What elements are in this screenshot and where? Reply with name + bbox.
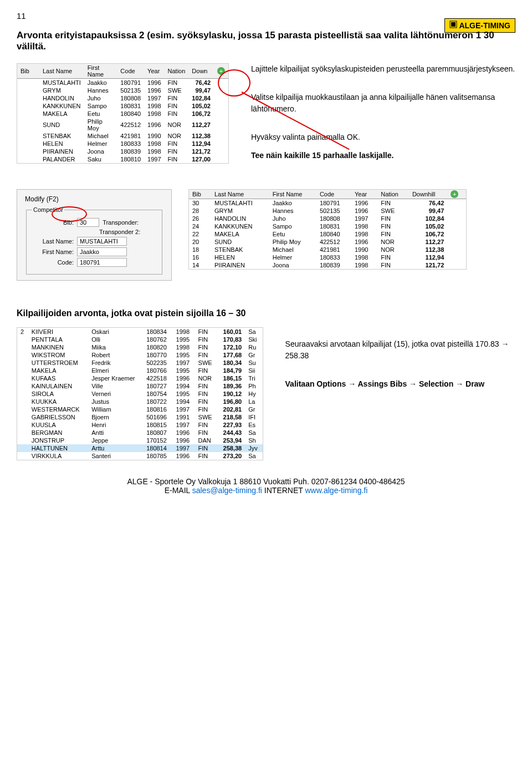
competitor-table-1: BibLast NameFirst NameCodeYearNationDown…	[17, 64, 228, 163]
add-icon[interactable]: +	[217, 67, 225, 75]
table-row[interactable]: HALTTUNENArttu1808141997FIN258,38Jyv	[17, 444, 263, 452]
table-row[interactable]: 28GRYMHannes5021351996SWE99,47	[189, 207, 466, 215]
fieldset-legend: Competitor	[32, 206, 64, 213]
instruction-text: Seuraavaksi arvotaan kilpailijat (15), j…	[285, 338, 515, 362]
table-row[interactable]: BERGMANAntti1808071996FIN244,43Sa	[17, 429, 263, 437]
competitor-fieldset: Competitor Bib:30 Transponder: Transpond…	[26, 206, 162, 275]
lastname-input[interactable]: MUSTALAHTI	[77, 237, 127, 246]
bib-input[interactable]: 30	[77, 218, 99, 227]
table-row[interactable]: KUFAASJesper Kraemer4225181996NOR186,15T…	[17, 374, 263, 382]
instruction-text: Tee näin kaikille 15 parhaalle laskijall…	[251, 150, 515, 161]
section-heading: Kilpailijoiden arvonta, jotka ovat piste…	[17, 308, 515, 318]
table-row[interactable]: UTTERSTROEMFredrik5022351997SWE180,34Su	[17, 359, 263, 367]
table-row[interactable]: MAKELAEetu1808401998FIN106,72	[17, 110, 228, 118]
table-row[interactable]: MUSTALAHTIJaakko1807911996FIN76,42	[17, 79, 228, 87]
table-row[interactable]: PENTTALAOlli1807621995FIN170,83Ski	[17, 336, 263, 343]
table-row[interactable]: 20SUNDPhilip Moy4225121996NOR112,27	[189, 238, 466, 246]
table-row[interactable]: SUNDPhilip Moy4225121996NOR112,27	[17, 118, 228, 132]
table-row[interactable]: 2KIIVERIOskari1808341998FIN160,01Sa	[17, 328, 263, 336]
instruction-text: Lajittele kilpailijat syöksylaskupisteid…	[251, 63, 515, 75]
page-footer: ALGE - Sportele Oy Valkokuja 1 88610 Vuo…	[17, 477, 515, 495]
table-row[interactable]: SIROLAVerneri1807541995FIN190,12Hy	[17, 390, 263, 398]
panel-title: Modify (F2)	[25, 195, 163, 203]
modify-panel: Modify (F2) Competitor Bib:30 Transponde…	[17, 189, 172, 281]
table-header-row: BibLast NameFirst NameCodeYearNationDown…	[17, 64, 228, 79]
firstname-input[interactable]: Jaakko	[77, 247, 127, 256]
table-row[interactable]: WIKSTROMRobert1807701995FIN177,68Gr	[17, 351, 263, 359]
table-row[interactable]: KUUKKAJustus1807221994FIN196,80La	[17, 398, 263, 405]
table-row[interactable]: WESTERMARCKWilliam1808161997FIN202,81Gr	[17, 405, 263, 413]
page-number: 11	[17, 11, 515, 21]
table-row[interactable]: STENBAKMichael4219811990NOR112,38	[17, 132, 228, 140]
svg-rect-1	[451, 22, 456, 27]
lastname-label: Last Name:	[32, 238, 74, 245]
instruction-text: Valitaan Options → Assings Bibs → Select…	[285, 378, 515, 390]
add-icon[interactable]: +	[451, 190, 458, 198]
bib-label: Bib:	[32, 219, 74, 226]
table-header-row: BibLast NameFirst NameCodeYearNationDown…	[189, 190, 466, 199]
table-row[interactable]: 26HANDOLINJuho1808081997FIN102,84	[189, 215, 466, 222]
table-row[interactable]: GABRIELSSONBjoern5016961991SWE218,58IFI	[17, 413, 263, 421]
table-row[interactable]: GRYMHannes5021351996SWE99,47	[17, 87, 228, 94]
competitor-table-2: BibLast NameFirst NameCodeYearNationDown…	[189, 190, 466, 269]
table-row[interactable]: KAINULAINENVille1807271994FIN189,36Ph	[17, 382, 263, 390]
table-row[interactable]: 24KANKKUNENSampo1808311998FIN105,02	[189, 222, 466, 230]
code-input[interactable]: 180791	[77, 258, 127, 267]
table-row[interactable]: PALANDERSaku1808101997FIN127,00	[17, 155, 228, 163]
competitor-table-3: 2KIIVERIOskari1808341998FIN160,01SaPENTT…	[17, 328, 263, 460]
table-row[interactable]: HELENHelmer1808331998FIN112,94	[17, 140, 228, 148]
table-row[interactable]: HANDOLINJuho1808081997FIN102,84	[17, 94, 228, 102]
table-row[interactable]: VIRKKULASanteri1807851996FIN273,20Sa	[17, 452, 263, 460]
table-row[interactable]: KANKKUNENSampo1808311998FIN105,02	[17, 102, 228, 110]
table-row[interactable]: MAKELAElmeri1807661995FIN184,79Sii	[17, 367, 263, 374]
table-row[interactable]: MANKINENMiika1808201998FIN172,10Ru	[17, 343, 263, 351]
table-row[interactable]: 16HELENHelmer1808331998FIN112,94	[189, 253, 466, 261]
table-row[interactable]: PIIRAINENJoona1808391998FIN121,72	[17, 148, 228, 155]
transponder-label: Transponder:	[103, 219, 139, 226]
table-row[interactable]: JONSTRUPJeppe1701521996DAN253,94Sh	[17, 437, 263, 444]
instruction-text: Valitse kilpailija muokkaustilaan ja ann…	[251, 92, 515, 115]
table-row[interactable]: 30MUSTALAHTIJaakko1807911996FIN76,42	[189, 199, 466, 207]
table-row[interactable]: 14PIIRAINENJoona1808391998FIN121,72	[189, 261, 466, 269]
table-row[interactable]: 22MAKELAEetu1808401998FIN106,72	[189, 230, 466, 238]
table-row[interactable]: 18STENBAKMichael4219811990NOR112,38	[189, 246, 466, 253]
code-label: Code:	[32, 259, 74, 266]
firstname-label: First Name:	[32, 248, 74, 255]
table-row[interactable]: KUUSLAHenri1808151997FIN227,93Es	[17, 421, 263, 429]
logo: ALGE-TIMING	[444, 21, 515, 30]
transponder2-label: Transponder 2:	[99, 229, 140, 235]
page-title: Arvonta erityistapauksissa 2 (esim. syök…	[17, 30, 515, 52]
instruction-text: Hyväksy valinta painamalla OK.	[251, 131, 515, 143]
